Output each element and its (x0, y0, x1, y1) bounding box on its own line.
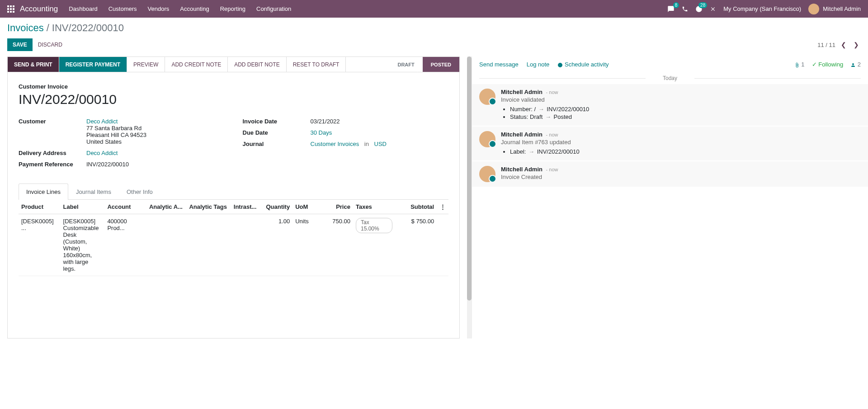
customer-field[interactable]: Deco Addict (86, 118, 225, 125)
duedate-field[interactable]: 30 Days (311, 129, 332, 136)
tax-tag[interactable]: Tax 15.00% (356, 218, 392, 233)
cell-taxes[interactable]: Tax 15.00% (353, 214, 395, 276)
date-separator: Today (472, 72, 868, 84)
msg-text: Journal Item #763 updated (501, 139, 861, 146)
register-payment-button[interactable]: REGISTER PAYMENT (59, 57, 127, 72)
apps-icon[interactable] (7, 5, 14, 13)
cell-product[interactable]: [DESK0005] ... (19, 214, 61, 276)
preview-button[interactable]: PREVIEW (127, 57, 165, 72)
cell-subtotal[interactable]: $ 750.00 (395, 214, 437, 276)
menu-vendors[interactable]: Vendors (148, 5, 170, 12)
cell-account[interactable]: 400000 Prod... (104, 214, 146, 276)
invdate-field[interactable]: 03/21/2022 (311, 118, 449, 125)
credit-note-button[interactable]: ADD CREDIT NOTE (165, 57, 228, 72)
th-label[interactable]: Label (61, 200, 105, 214)
pager-next[interactable]: ❯ (852, 39, 861, 50)
chatter: Send message Log note Schedule activity … (472, 56, 868, 338)
currency-field[interactable]: USD (374, 141, 387, 147)
th-subtotal[interactable]: Subtotal (395, 200, 437, 214)
close-icon[interactable] (710, 5, 716, 13)
th-taxes[interactable]: Taxes (353, 200, 395, 214)
message: Mitchell Admin - now Journal Item #763 u… (472, 127, 868, 160)
menu-customers[interactable]: Customers (108, 5, 137, 12)
menu-dashboard[interactable]: Dashboard (69, 5, 98, 12)
arrow-icon (544, 113, 552, 120)
tab-invoice-lines[interactable]: Invoice Lines (19, 183, 68, 200)
delivery-field[interactable]: Deco Addict (86, 150, 118, 156)
th-uom[interactable]: UoM (292, 200, 321, 214)
tracking-list: Number: / INV/2022/00010 Status: Draft P… (510, 106, 861, 120)
messages-icon[interactable]: 8 (667, 5, 675, 13)
msg-time: - now (546, 132, 558, 137)
avatar-icon (808, 4, 819, 14)
control-row: SAVE DISCARD 11 / 11 ❮ ❯ (0, 36, 868, 56)
avatar-icon (479, 131, 495, 147)
send-message-button[interactable]: Send message (479, 61, 519, 68)
tab-other-info[interactable]: Other Info (119, 183, 160, 200)
th-price[interactable]: Price (321, 200, 353, 214)
app-name[interactable]: Accounting (20, 5, 58, 14)
th-options-icon[interactable]: ⋮ (437, 200, 448, 214)
breadcrumb-parent[interactable]: Invoices (7, 22, 44, 34)
th-account[interactable]: Account (104, 200, 146, 214)
send-print-button[interactable]: SEND & PRINT (8, 57, 59, 72)
followers-button[interactable]: 2 (850, 61, 861, 68)
activities-badge: 28 (698, 2, 707, 8)
menu-accounting[interactable]: Accounting (180, 5, 209, 12)
user-menu[interactable]: Mitchell Admin (808, 4, 861, 14)
form-sheet: Customer Invoice INV/2022/00010 Customer… (7, 72, 460, 338)
pager-text[interactable]: 11 / 11 (817, 42, 835, 48)
msg-author[interactable]: Mitchell Admin (501, 131, 542, 138)
statusbar: SEND & PRINT REGISTER PAYMENT PREVIEW AD… (7, 56, 460, 72)
delivery-label: Delivery Address (19, 150, 86, 156)
th-qty[interactable]: Quantity (260, 200, 292, 214)
scrollbar-thumb[interactable] (467, 56, 472, 301)
customer-label: Customer (19, 118, 86, 145)
schedule-activity-button[interactable]: Schedule activity (557, 61, 609, 68)
phone-icon[interactable] (682, 5, 688, 13)
duedate-label: Due Date (243, 129, 311, 136)
following-button[interactable]: ✓ Following (812, 61, 844, 68)
invoice-name[interactable]: INV/2022/00010 (19, 92, 448, 107)
customer-addr3: United States (86, 138, 225, 145)
table-row[interactable]: [DESK0005] ... [DESK0005] Customizable D… (19, 214, 448, 276)
msg-text: Invoice Created (501, 174, 861, 180)
company-selector[interactable]: My Company (San Francisco) (723, 5, 801, 12)
log-note-button[interactable]: Log note (527, 61, 550, 68)
scrollbar[interactable] (467, 56, 472, 338)
breadcrumb-current: INV/2022/00010 (52, 22, 124, 34)
journal-label: Journal (243, 141, 311, 147)
invdate-label: Invoice Date (243, 118, 311, 125)
save-button[interactable]: SAVE (7, 38, 33, 51)
cell-qty[interactable]: 1.00 (260, 214, 292, 276)
th-analytic-tags[interactable]: Analytic Tags (186, 200, 231, 214)
th-product[interactable]: Product (19, 200, 61, 214)
debit-note-button[interactable]: ADD DEBIT NOTE (228, 57, 286, 72)
cell-price[interactable]: 750.00 (321, 214, 353, 276)
messages-badge: 8 (673, 2, 679, 8)
payref-field[interactable]: INV/2022/00010 (86, 161, 225, 168)
msg-author[interactable]: Mitchell Admin (501, 89, 542, 95)
msg-author[interactable]: Mitchell Admin (501, 166, 542, 173)
menu-reporting[interactable]: Reporting (220, 5, 245, 12)
pager: 11 / 11 ❮ ❯ (817, 39, 861, 50)
breadcrumb: Invoices / INV/2022/00010 (0, 18, 868, 36)
cell-label[interactable]: [DESK0005] Customizable Desk (Custom, Wh… (61, 214, 105, 276)
msg-text: Invoice validated (501, 96, 861, 103)
activities-icon[interactable]: 28 (695, 5, 703, 13)
tabs: Invoice Lines Journal Items Other Info (19, 183, 448, 200)
user-name: Mitchell Admin (823, 5, 861, 12)
invoice-lines-table: Product Label Account Analytic A... Anal… (19, 200, 448, 276)
attachments-button[interactable]: 1 (794, 61, 805, 68)
status-posted[interactable]: POSTED (423, 57, 459, 72)
tab-journal-items[interactable]: Journal Items (68, 183, 119, 200)
reset-draft-button[interactable]: RESET TO DRAFT (287, 57, 346, 72)
th-analytic-acc[interactable]: Analytic A... (146, 200, 186, 214)
pager-prev[interactable]: ❮ (839, 39, 848, 50)
journal-field[interactable]: Customer Invoices (311, 141, 359, 147)
msg-time: - now (546, 89, 558, 95)
cell-uom[interactable]: Units (292, 214, 321, 276)
th-intrastat[interactable]: Intrast... (231, 200, 260, 214)
menu-configuration[interactable]: Configuration (256, 5, 291, 12)
discard-button[interactable]: DISCARD (38, 42, 62, 48)
